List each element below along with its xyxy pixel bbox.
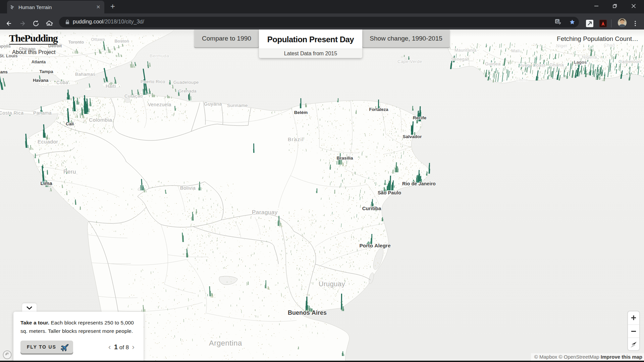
svg-text:Bermuda: Bermuda [150,53,169,58]
svg-text:Lagos: Lagos [574,60,587,65]
svg-text:Chad: Chad [604,43,615,48]
svg-text:Paraguay: Paraguay [252,209,278,216]
svg-text:Cape Verde: Cape Verde [397,59,422,64]
svg-text:Brasília: Brasília [337,156,353,161]
svg-text:Porto Alegre: Porto Alegre [359,243,390,248]
svg-text:Venezuela: Venezuela [148,102,171,107]
svg-text:Fortaleza: Fortaleza [369,107,388,112]
svg-text:Liberia: Liberia [517,78,528,82]
svg-text:Suriname: Suriname [227,103,248,108]
svg-text:Atlanta: Atlanta [32,60,46,64]
svg-text:Bolivia: Bolivia [180,185,196,191]
svg-text:Grenada: Grenada [178,88,197,94]
svg-text:Colombia: Colombia [89,117,112,123]
svg-text:Uruguay: Uruguay [319,280,345,288]
svg-text:Ivory Coast: Ivory Coast [521,63,545,68]
svg-text:Boston: Boston [114,39,129,44]
svg-text:Bahamas: Bahamas [75,72,96,77]
svg-text:Costa Rica: Costa Rica [0,110,23,116]
svg-text:Tampa: Tampa [40,69,54,74]
svg-text:Mali: Mali [511,48,520,53]
svg-text:Recife: Recife [413,115,427,120]
svg-text:Ottawa: Ottawa [91,37,105,42]
svg-text:Niger: Niger [556,43,568,48]
svg-text:Curaçao: Curaçao [124,94,143,99]
svg-text:G: G [556,20,559,23]
svg-text:Cuba: Cuba [56,80,68,85]
svg-text:Lima: Lima [40,180,52,186]
svg-text:Haiti: Haiti [106,83,116,89]
svg-text:Curitiba: Curitiba [362,205,381,211]
svg-text:Nigeria: Nigeria [582,55,597,60]
svg-text:Guadeloupe: Guadeloupe [173,80,199,85]
svg-text:eans: eans [0,69,8,74]
svg-text:Guyana: Guyana [204,101,222,107]
svg-text:Puerto Rico: Puerto Rico [141,79,165,84]
svg-text:Guinea: Guinea [485,61,501,66]
svg-text:Argentina: Argentina [209,339,242,347]
svg-text:Peru: Peru [63,169,76,175]
svg-text:Ghana: Ghana [549,62,564,67]
svg-text:Buenos Aires: Buenos Aires [288,309,327,316]
svg-text:Panama: Panama [33,110,52,116]
svg-text:Senegal: Senegal [451,57,468,62]
svg-text:Mauritania: Mauritania [454,48,477,53]
svg-text:Brazil: Brazil [288,136,304,142]
svg-text:Cameroon: Cameroon [619,59,641,64]
svg-text:Belém: Belém [294,110,308,115]
svg-text:Salvador: Salvador [402,134,422,139]
svg-text:Rio de Janeiro: Rio de Janeiro [402,181,436,186]
svg-text:Ecuador: Ecuador [38,139,58,144]
svg-text:Havana: Havana [33,78,49,83]
svg-text:Cali: Cali [66,121,74,126]
svg-text:Toronto: Toronto [68,40,84,45]
svg-text:São Paulo: São Paulo [378,190,401,195]
svg-text:apolis: apolis [0,44,11,49]
